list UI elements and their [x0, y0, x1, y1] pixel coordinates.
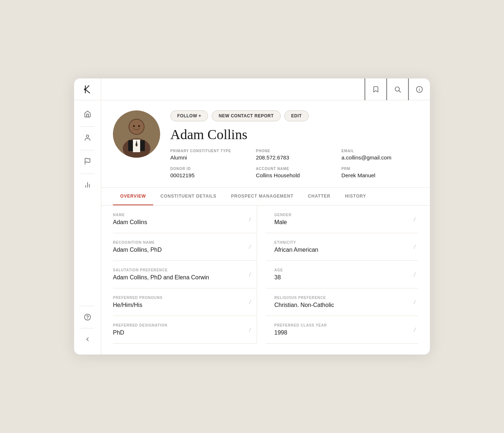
- meta-label-donor-id: DONOR ID: [170, 167, 247, 171]
- sidebar-collapse-button[interactable]: [80, 331, 95, 347]
- search-button[interactable]: [386, 78, 408, 100]
- field-label: AGE: [275, 268, 404, 272]
- new-contact-report-button[interactable]: NEW CONTACT REPORT: [212, 110, 280, 121]
- profile-name: Adam Collins: [170, 126, 418, 142]
- sidebar-item-constituents[interactable]: [80, 130, 95, 146]
- detail-field-name: NAMEAdam Collins/: [113, 206, 257, 233]
- field-value: 1998: [275, 329, 404, 336]
- tab-constituent-details[interactable]: CONSTITUENT DETAILS: [153, 188, 224, 205]
- tab-prospect-management[interactable]: PROSPECT MANAGEMENT: [224, 188, 301, 205]
- field-label: PREFERRED PRONOUNS: [113, 296, 239, 300]
- field-label: NAME: [113, 213, 239, 217]
- meta-donor-id: DONOR ID 00012195: [170, 167, 247, 179]
- field-label: ETHNICITY: [275, 240, 404, 244]
- person-icon: [84, 134, 91, 141]
- edit-icon[interactable]: /: [249, 327, 251, 333]
- field-label: RELIGIOUS PREFERENCE: [275, 296, 404, 300]
- detail-field-gender: GENDERMale/: [266, 206, 419, 233]
- field-label: PREFERRED DESIGNATION: [113, 323, 239, 327]
- help-icon: [84, 313, 91, 321]
- detail-field-salutation-preference: SALUTATION PREFERENCEAdam Collins, PhD a…: [113, 261, 257, 288]
- content-area: FOLLOW + NEW CONTACT REPORT EDIT Adam Co…: [101, 100, 430, 355]
- field-value: Adam Collins, PhD: [113, 247, 239, 253]
- home-icon: [84, 110, 91, 118]
- detail-content: NAMEAdam Collins/GENDERMale/RECOGNITION …: [101, 206, 430, 355]
- detail-field-recognition-name: RECOGNITION NAMEAdam Collins, PhD/: [113, 233, 257, 261]
- main-layout: FOLLOW + NEW CONTACT REPORT EDIT Adam Co…: [74, 100, 430, 355]
- profile-info: FOLLOW + NEW CONTACT REPORT EDIT Adam Co…: [170, 110, 418, 179]
- field-value: Adam Collins: [113, 219, 239, 226]
- edit-icon[interactable]: /: [249, 272, 251, 278]
- svg-point-21: [133, 125, 135, 127]
- field-label: RECOGNITION NAME: [113, 240, 239, 244]
- info-icon: [416, 86, 423, 93]
- field-value: Male: [275, 219, 404, 226]
- field-value: African American: [275, 247, 404, 253]
- top-bar-actions: [364, 78, 430, 100]
- edit-icon[interactable]: /: [249, 244, 251, 250]
- detail-field-ethnicity: ETHNICITYAfrican American/: [266, 233, 419, 261]
- meta-primary-constituent-type: PRIMARY CONSTITUENT TYPE Alumni: [170, 149, 247, 161]
- sidebar-divider-4: [80, 306, 94, 306]
- detail-field-preferred-pronouns: PREFERRED PRONOUNSHe/Him/His/: [113, 288, 257, 316]
- meta-value-primary-constituent-type: Alumni: [170, 154, 187, 161]
- bookmark-icon: [372, 86, 379, 93]
- edit-icon[interactable]: /: [249, 216, 251, 222]
- edit-icon[interactable]: /: [414, 327, 415, 333]
- edit-icon[interactable]: /: [414, 244, 415, 250]
- top-bar: [74, 78, 430, 100]
- meta-prm: PRM Derek Manuel: [341, 167, 418, 179]
- sidebar: [74, 100, 101, 355]
- sidebar-item-home[interactable]: [80, 106, 95, 122]
- meta-value-email: a.collins@gmail.com: [341, 154, 391, 161]
- sidebar-item-prospects[interactable]: [80, 153, 95, 169]
- tab-chatter[interactable]: CHATTER: [301, 188, 338, 205]
- field-value: Adam Collins, PhD and Elena Corwin: [113, 274, 239, 281]
- detail-grid: NAMEAdam Collins/GENDERMale/RECOGNITION …: [113, 206, 418, 344]
- app-window: FOLLOW + NEW CONTACT REPORT EDIT Adam Co…: [74, 78, 430, 355]
- sidebar-divider-5: [80, 328, 94, 328]
- meta-phone: PHONE 208.572.6783: [256, 149, 333, 161]
- meta-label-prm: PRM: [341, 167, 418, 171]
- tabs-bar: OVERVIEW CONSTITUENT DETAILS PROSPECT MA…: [101, 188, 430, 206]
- detail-field-age: AGE38/: [266, 261, 419, 288]
- detail-field-religious-preference: RELIGIOUS PREFERENCEChristian. Non-Catho…: [266, 288, 419, 316]
- profile-header: FOLLOW + NEW CONTACT REPORT EDIT Adam Co…: [101, 100, 430, 188]
- follow-button[interactable]: FOLLOW +: [170, 110, 208, 121]
- edit-icon[interactable]: /: [414, 299, 415, 305]
- detail-field-preferred-class-year: PREFERRED CLASS YEAR1998/: [266, 316, 419, 344]
- meta-email: EMAIL a.collins@gmail.com: [341, 149, 418, 161]
- avatar: [113, 110, 160, 158]
- svg-point-22: [138, 125, 140, 127]
- svg-point-11: [85, 314, 91, 320]
- profile-actions: FOLLOW + NEW CONTACT REPORT EDIT: [170, 110, 418, 121]
- sidebar-item-help[interactable]: [80, 309, 95, 325]
- avatar-image: [113, 110, 160, 158]
- svg-point-20: [129, 120, 144, 134]
- field-value: 38: [275, 274, 404, 281]
- field-value: Christian. Non-Catholic: [275, 302, 404, 308]
- flag-icon: [84, 158, 91, 165]
- svg-point-0: [84, 89, 85, 90]
- bookmark-button[interactable]: [365, 78, 386, 100]
- meta-value-phone: 208.572.6783: [256, 154, 289, 161]
- sidebar-item-reports[interactable]: [80, 177, 95, 193]
- tab-overview[interactable]: OVERVIEW: [113, 188, 153, 205]
- info-button[interactable]: [408, 78, 430, 100]
- meta-label-phone: PHONE: [256, 149, 333, 153]
- edit-icon[interactable]: /: [414, 272, 415, 278]
- sidebar-divider-3: [80, 174, 95, 174]
- field-value: PhD: [113, 329, 239, 336]
- edit-button[interactable]: EDIT: [284, 110, 309, 121]
- k-logo-icon: [82, 84, 93, 94]
- edit-icon[interactable]: /: [249, 299, 251, 305]
- field-label: SALUTATION PREFERENCE: [113, 268, 239, 272]
- edit-icon[interactable]: /: [414, 216, 415, 222]
- tab-history[interactable]: HISTORY: [338, 188, 373, 205]
- field-value: He/Him/His: [113, 302, 239, 308]
- sidebar-bottom: [80, 303, 95, 349]
- profile-meta-grid: PRIMARY CONSTITUENT TYPE Alumni PHONE 20…: [170, 149, 418, 179]
- sidebar-divider-2: [80, 150, 95, 150]
- meta-account-name: ACCOUNT NAME Collins Household: [256, 167, 333, 179]
- meta-label-primary-constituent-type: PRIMARY CONSTITUENT TYPE: [170, 149, 247, 153]
